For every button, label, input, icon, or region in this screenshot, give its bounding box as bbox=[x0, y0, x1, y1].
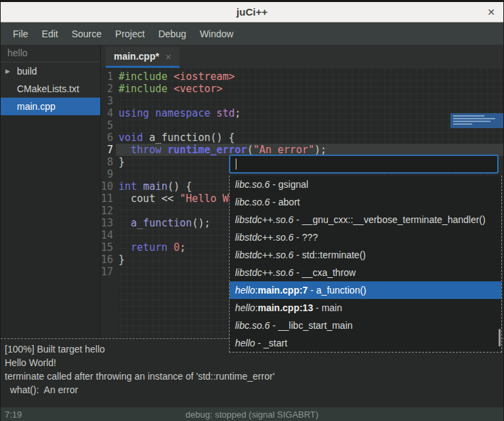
backtrace-list: libc.so.6 - gsignallibc.so.6 - abortlibs… bbox=[229, 176, 502, 353]
tooltip-text-line bbox=[453, 123, 472, 125]
line-number: 16 bbox=[101, 254, 116, 266]
window-title: juCi++ bbox=[236, 6, 268, 18]
tab-label: main.cpp* bbox=[114, 51, 159, 62]
backtrace-item[interactable]: libstdc++.so.6 - __cxa_throw bbox=[230, 264, 501, 281]
text-caret bbox=[236, 159, 236, 169]
code-line-4[interactable]: 4using namespace std; bbox=[101, 107, 503, 119]
line-number: 13 bbox=[101, 217, 116, 229]
line-number: 2 bbox=[101, 83, 116, 95]
menu-item-window[interactable]: Window bbox=[193, 22, 240, 45]
line-code bbox=[116, 95, 503, 107]
code-line-1[interactable]: 1#include <iostream> bbox=[101, 71, 503, 83]
line-number: 1 bbox=[101, 71, 116, 83]
line-code: void a_function() { bbox=[116, 132, 503, 144]
line-code: using namespace std; bbox=[116, 107, 503, 119]
statusbar: 7:19 debug: stopped (signal SIGABRT) bbox=[1, 407, 503, 421]
menubar: FileEditSourceProjectDebugWindow bbox=[1, 22, 503, 45]
tab-main-cpp[interactable]: main.cpp* × bbox=[106, 47, 180, 68]
tooltip-text-line bbox=[453, 115, 484, 117]
line-number: 12 bbox=[101, 205, 116, 217]
backtrace-search-input[interactable] bbox=[229, 155, 499, 174]
line-code: #include <vector> bbox=[116, 83, 503, 95]
tree-item-build[interactable]: ▶build bbox=[1, 62, 100, 80]
backtrace-item[interactable]: libc.so.6 - gsignal bbox=[230, 176, 501, 193]
close-icon[interactable]: ✕ bbox=[487, 2, 495, 22]
tab-close-icon[interactable]: × bbox=[165, 51, 171, 62]
titlebar[interactable]: juCi++ ✕ bbox=[1, 2, 503, 22]
menu-item-file[interactable]: File bbox=[6, 22, 35, 45]
backtrace-item[interactable]: hello:main.cpp:13 - main bbox=[230, 299, 501, 317]
line-number: 7 bbox=[101, 144, 116, 156]
backtrace-item[interactable]: libc.so.6 - abort bbox=[230, 193, 501, 211]
line-code bbox=[116, 119, 503, 132]
line-number: 14 bbox=[101, 229, 116, 241]
cursor-position: 7:19 bbox=[5, 409, 22, 420]
line-number: 9 bbox=[101, 168, 116, 180]
backtrace-item[interactable]: hello:main.cpp:7 - a_function() bbox=[230, 281, 501, 299]
line-number: 8 bbox=[101, 156, 116, 168]
output-line: Hello World! bbox=[5, 356, 499, 369]
menu-item-debug[interactable]: Debug bbox=[152, 22, 193, 45]
tree-item-label: build bbox=[17, 66, 37, 77]
code-line-5[interactable]: 5 bbox=[101, 119, 503, 132]
debug-tooltip bbox=[450, 113, 504, 128]
tooltip-text-line bbox=[453, 118, 495, 119]
code-line-6[interactable]: 6void a_function() { bbox=[101, 132, 503, 144]
tree-item-cmakelists-txt[interactable]: CMakeLists.txt bbox=[1, 80, 100, 98]
output-line: terminate called after throwing an insta… bbox=[5, 369, 499, 383]
line-number: 10 bbox=[101, 180, 116, 193]
tree-item-label: main.cpp bbox=[17, 101, 56, 112]
line-number: 5 bbox=[101, 119, 116, 132]
debug-status: debug: stopped (signal SIGABRT) bbox=[186, 409, 318, 420]
file-tree: ▶buildCMakeLists.txtmain.cpp bbox=[1, 62, 100, 115]
tree-item-label: CMakeLists.txt bbox=[17, 83, 79, 94]
line-number: 6 bbox=[101, 132, 116, 144]
line-number: 17 bbox=[101, 266, 116, 278]
backtrace-item[interactable]: libstdc++.so.6 - std::terminate() bbox=[230, 246, 501, 264]
backtrace-item[interactable]: libstdc++.so.6 - ??? bbox=[230, 228, 501, 246]
code-line-3[interactable]: 3 bbox=[101, 95, 503, 107]
menu-item-source[interactable]: Source bbox=[65, 22, 108, 45]
line-number: 4 bbox=[101, 107, 116, 119]
line-number: 15 bbox=[101, 241, 116, 254]
line-number: 3 bbox=[101, 95, 116, 107]
tooltip-text-line bbox=[453, 121, 490, 122]
backtrace-item[interactable]: hello - _start bbox=[230, 334, 501, 352]
menu-item-edit[interactable]: Edit bbox=[35, 22, 65, 45]
backtrace-item[interactable]: libc.so.6 - __libc_start_main bbox=[230, 317, 501, 334]
popup-scrollbar[interactable] bbox=[499, 329, 501, 346]
line-code: #include <iostream> bbox=[116, 71, 503, 83]
tree-item-main-cpp[interactable]: main.cpp bbox=[1, 98, 100, 115]
code-line-2[interactable]: 2#include <vector> bbox=[101, 83, 503, 95]
project-selector[interactable]: hello bbox=[1, 45, 100, 62]
expander-icon[interactable]: ▶ bbox=[5, 68, 10, 75]
menu-item-project[interactable]: Project bbox=[108, 22, 152, 45]
output-line: what(): An error bbox=[5, 383, 499, 397]
app-window: juCi++ ✕ FileEditSourceProjectDebugWindo… bbox=[0, 0, 504, 421]
sidebar-filler bbox=[1, 115, 100, 338]
backtrace-item[interactable]: libstdc++.so.6 - __gnu_cxx::__verbose_te… bbox=[230, 211, 501, 228]
backtrace-popup: libc.so.6 - gsignallibc.so.6 - abortlibs… bbox=[229, 155, 502, 353]
sidebar: hello ▶buildCMakeLists.txtmain.cpp bbox=[1, 45, 101, 338]
line-number: 11 bbox=[101, 193, 116, 205]
tabbar: main.cpp* × bbox=[101, 45, 503, 68]
